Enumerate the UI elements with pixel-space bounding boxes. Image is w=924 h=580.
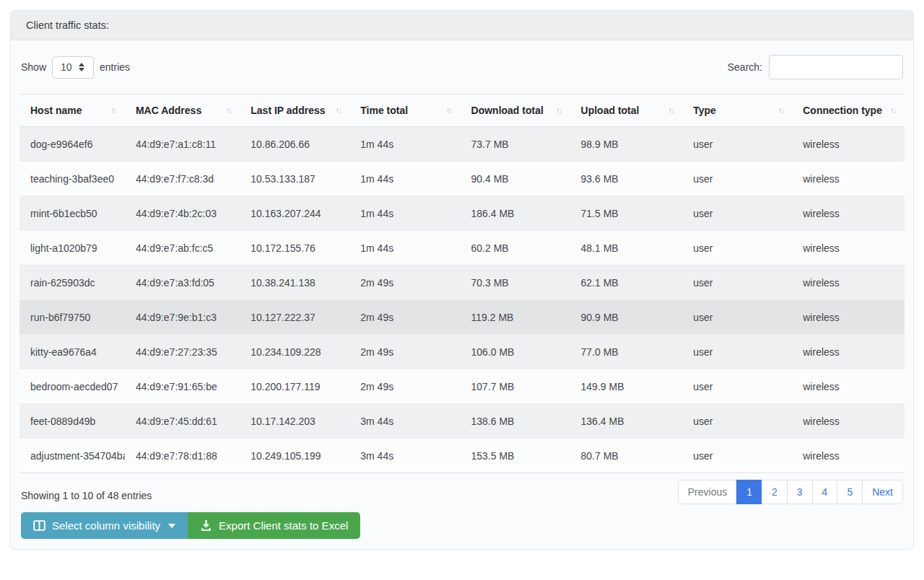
table-controls: Show 10 entries Search:	[19, 55, 905, 79]
column-label: MAC Address	[136, 105, 201, 116]
card-title: Client traffic stats:	[26, 19, 109, 31]
cell-time-total: 1m 44s	[349, 127, 460, 162]
column-header-download-total[interactable]: Download total↑↓	[461, 95, 570, 127]
client-stats-table: Host name↑↓MAC Address↑↓Last IP address↑…	[19, 94, 905, 473]
cell-last-ip-address: 10.38.241.138	[240, 265, 349, 300]
pagination: Previous12345Next	[678, 480, 903, 504]
cell-connection-type: wireless	[792, 162, 905, 196]
pagination-page-3[interactable]: 3	[787, 480, 813, 504]
column-label: Time total	[360, 105, 408, 116]
column-label: Type	[693, 105, 716, 116]
cell-host-name: adjustment-354704ba	[19, 439, 125, 473]
cell-upload-total: 77.0 MB	[570, 335, 683, 369]
column-label: Host name	[30, 105, 82, 116]
column-header-time-total[interactable]: Time total↑↓	[349, 95, 460, 127]
table-row: kitty-ea9676a444:d9:e7:27:23:3510.234.10…	[19, 335, 905, 369]
cell-mac-address: 44:d9:e7:a3:fd:05	[125, 265, 240, 300]
table-row: mint-6b1ecb5044:d9:e7:4b:2c:0310.163.207…	[19, 196, 905, 231]
table-header-row: Host name↑↓MAC Address↑↓Last IP address↑…	[19, 95, 905, 127]
cell-type: user	[682, 196, 792, 231]
cell-last-ip-address: 10.127.222.37	[240, 300, 349, 335]
cell-last-ip-address: 10.200.177.119	[240, 369, 349, 404]
cell-time-total: 1m 44s	[349, 196, 460, 231]
table-row: dog-e9964ef644:d9:e7:a1:c8:1110.86.206.6…	[19, 127, 905, 162]
cell-mac-address: 44:d9:e7:a1:c8:11	[125, 127, 240, 162]
entries-label: entries	[100, 61, 130, 73]
pagination-previous[interactable]: Previous	[678, 480, 737, 504]
cell-mac-address: 44:d9:e7:ab:fc:c5	[125, 231, 240, 265]
cell-upload-total: 136.4 MB	[570, 404, 683, 439]
cell-type: user	[682, 439, 792, 473]
cell-last-ip-address: 10.172.155.76	[240, 231, 349, 265]
cell-time-total: 2m 49s	[349, 335, 460, 369]
cell-download-total: 138.6 MB	[461, 404, 570, 439]
card-body: Show 10 entries Search:	[11, 40, 913, 549]
cell-connection-type: wireless	[792, 439, 905, 473]
cell-type: user	[682, 300, 792, 335]
sort-both-icon: ↑↓	[336, 106, 341, 115]
export-excel-button[interactable]: Export Client stats to Excel	[188, 512, 360, 539]
cell-download-total: 153.5 MB	[461, 439, 570, 473]
search-input[interactable]	[769, 55, 903, 79]
cell-download-total: 70.3 MB	[461, 265, 570, 300]
pagination-page-2[interactable]: 2	[762, 480, 788, 504]
column-header-connection-type[interactable]: Connection type↑↓	[792, 95, 905, 127]
cell-last-ip-address: 10.249.105.199	[240, 439, 349, 473]
cell-download-total: 119.2 MB	[461, 300, 570, 335]
column-header-host-name[interactable]: Host name↑↓	[19, 95, 125, 127]
page-size-select[interactable]: 10	[52, 56, 94, 79]
cell-upload-total: 149.9 MB	[570, 369, 683, 404]
column-label: Upload total	[581, 105, 640, 116]
cell-last-ip-address: 10.234.109.228	[240, 335, 349, 369]
cell-type: user	[682, 127, 792, 162]
cell-download-total: 60.2 MB	[461, 231, 570, 265]
select-updown-icon	[79, 63, 84, 72]
cell-host-name: kitty-ea9676a4	[19, 335, 125, 369]
search-control: Search:	[728, 55, 903, 79]
cell-last-ip-address: 10.86.206.66	[240, 127, 349, 162]
cell-host-name: run-b6f79750	[19, 300, 125, 335]
cell-time-total: 2m 49s	[349, 300, 460, 335]
cell-connection-type: wireless	[792, 369, 905, 404]
cell-upload-total: 93.6 MB	[570, 162, 683, 196]
columns-icon	[33, 519, 45, 532]
cell-mac-address: 44:d9:e7:4b:2c:03	[125, 196, 240, 231]
cell-download-total: 106.0 MB	[461, 335, 570, 369]
cell-connection-type: wireless	[792, 404, 905, 439]
show-label: Show	[21, 61, 46, 73]
pagination-next[interactable]: Next	[862, 480, 903, 504]
cell-type: user	[682, 404, 792, 439]
cell-type: user	[682, 335, 792, 369]
cell-connection-type: wireless	[792, 265, 905, 300]
column-visibility-button[interactable]: Select column visibility	[21, 512, 188, 539]
export-excel-label: Export Client stats to Excel	[219, 519, 348, 532]
sort-both-icon: ↑↓	[891, 106, 897, 115]
search-label: Search:	[728, 61, 762, 73]
table-row: feet-0889d49b44:d9:e7:45:dd:6110.17.142.…	[19, 404, 905, 439]
card-header: Client traffic stats:	[11, 11, 913, 40]
cell-host-name: rain-625903dc	[19, 265, 125, 300]
cell-upload-total: 98.9 MB	[570, 127, 683, 162]
download-icon	[200, 519, 212, 532]
table-row: rain-625903dc44:d9:e7:a3:fd:0510.38.241.…	[19, 265, 905, 300]
cell-host-name: bedroom-aecded07	[19, 369, 125, 404]
table-row: light-a1020b7944:d9:e7:ab:fc:c510.172.15…	[19, 231, 905, 265]
pagination-page-4[interactable]: 4	[812, 480, 838, 504]
sort-both-icon: ↑↓	[226, 106, 232, 115]
cell-download-total: 90.4 MB	[461, 162, 570, 196]
column-header-type[interactable]: Type↑↓	[682, 95, 792, 127]
cell-connection-type: wireless	[792, 196, 905, 231]
column-header-last-ip-address[interactable]: Last IP address↑↓	[240, 95, 349, 127]
table-row: bedroom-aecded0744:d9:e7:91:65:be10.200.…	[19, 369, 905, 404]
pagination-page-1[interactable]: 1	[736, 480, 762, 504]
cell-upload-total: 80.7 MB	[570, 439, 683, 473]
cell-upload-total: 90.9 MB	[570, 300, 683, 335]
column-header-upload-total[interactable]: Upload total↑↓	[570, 95, 683, 127]
cell-host-name: mint-6b1ecb50	[19, 196, 125, 231]
pagination-page-5[interactable]: 5	[837, 480, 863, 504]
column-header-mac-address[interactable]: MAC Address↑↓	[125, 95, 240, 127]
cell-mac-address: 44:d9:e7:9e:b1:c3	[125, 300, 240, 335]
cell-type: user	[682, 265, 792, 300]
table-row: teaching-3baf3ee044:d9:e7:f7:c8:3d10.53.…	[19, 162, 905, 196]
cell-type: user	[682, 231, 792, 265]
